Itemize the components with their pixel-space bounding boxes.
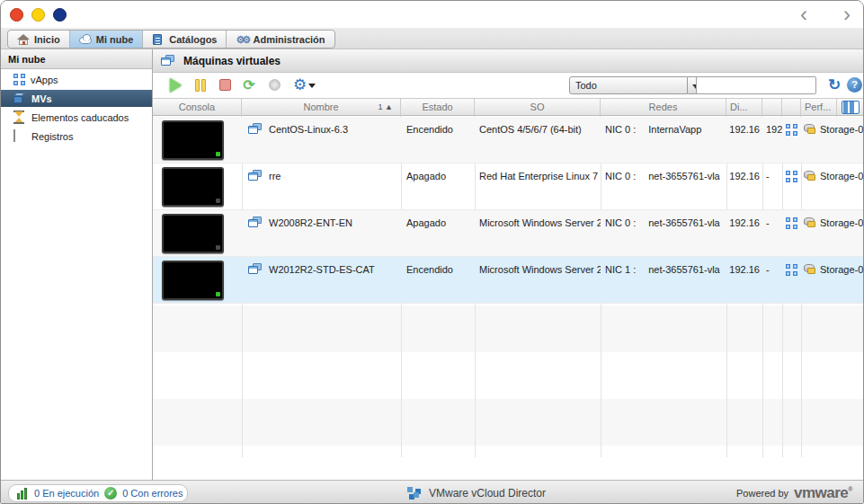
so-cell: Red Hat Enterprise Linux 7 (64 <box>475 164 601 209</box>
ip-cell: 192.16 <box>726 257 762 303</box>
column-header-direccion[interactable]: Di... <box>726 99 762 117</box>
play-icon <box>170 78 182 93</box>
cloud-icon <box>79 34 92 45</box>
storage-icon <box>804 124 816 135</box>
so-cell: Microsoft Windows Server 2008 <box>475 210 601 256</box>
browser-forward-icon[interactable]: › <box>835 4 859 27</box>
vapp-cell[interactable] <box>782 257 801 303</box>
table-row[interactable]: rre Apagado Red Hat Enterprise Linux 7 (… <box>153 164 864 210</box>
vm-table: Consola Nombre1 ▲ Estado SO Redes Di... … <box>153 98 864 457</box>
vapp-grid-icon <box>786 264 797 276</box>
powered-by-label: Powered by <box>736 488 788 499</box>
name-cell[interactable]: W2008R2-ENT-EN <box>242 210 401 256</box>
tab-inicio[interactable]: Inicio <box>8 31 70 48</box>
redes-cell: NIC 0 :net-3655761-vla <box>601 164 726 209</box>
name-cell[interactable]: W2012R2-STD-ES-CAT <box>242 257 401 303</box>
status-bar: 0 En ejecución ✓ 0 Con errores VMware vC… <box>1 480 863 504</box>
sidebar-item-registros[interactable]: Registros <box>1 128 152 145</box>
vm-name[interactable]: W2008R2-ENT-EN <box>269 217 352 228</box>
column-header-perfil[interactable]: Perf... <box>801 99 837 117</box>
suspend-button[interactable] <box>192 77 209 93</box>
name-cell[interactable]: rre <box>242 164 401 209</box>
refresh-icon[interactable]: ↻ <box>825 76 843 94</box>
ip-cell: 192.16 <box>726 117 762 163</box>
product-name: VMware vCloud Director <box>407 487 546 500</box>
stop-icon <box>219 79 231 91</box>
table-body: CentOS-Linux-6.3 Encendido CentOS 4/5/6/… <box>153 117 864 457</box>
revert-snapshot-button[interactable]: ⟳ <box>241 77 257 93</box>
running-tasks-icon <box>17 488 29 500</box>
errors-count[interactable]: 0 Con errores <box>122 488 183 499</box>
console-cell[interactable] <box>153 164 242 209</box>
column-header-consola[interactable]: Consola <box>153 99 242 117</box>
window-minimize-button[interactable] <box>31 8 45 22</box>
vapps-grid-icon <box>13 74 25 85</box>
sort-indicator: 1 ▲ <box>379 99 393 116</box>
name-cell[interactable]: CentOS-Linux-6.3 <box>242 117 401 163</box>
column-header-nombre[interactable]: Nombre1 ▲ <box>242 99 401 117</box>
tab-label: Administración <box>253 34 325 45</box>
vm-name[interactable]: CentOS-Linux-6.3 <box>269 124 348 135</box>
table-row[interactable]: W2012R2-STD-ES-CAT Encendido Microsoft W… <box>153 257 864 304</box>
console-thumbnail[interactable] <box>162 214 224 253</box>
sidebar-item-elementos-caducados[interactable]: Elementos caducados <box>1 109 152 126</box>
vapp-cell[interactable] <box>782 210 801 256</box>
window-zoom-button[interactable] <box>53 8 67 22</box>
column-header-vapp[interactable] <box>782 99 801 117</box>
storage-icon <box>804 171 816 181</box>
window-close-button[interactable] <box>10 8 23 22</box>
estado-cell: Encendido <box>401 117 475 163</box>
tab-administracion[interactable]: ⚙⚙ Administración <box>227 31 334 48</box>
column-label: Nombre <box>303 102 338 112</box>
chevron-down-icon <box>308 84 316 88</box>
column-header-redes[interactable]: Redes <box>601 99 726 117</box>
filter-dropdown[interactable]: Todo <box>569 76 688 94</box>
tab-bar: Inicio Mi nube Catálogos ⚙⚙ Administraci… <box>1 28 863 49</box>
perfil-cell: Storage-0 <box>801 210 864 256</box>
perfil-cell: Storage-0 <box>801 164 864 209</box>
power-off-button[interactable] <box>218 77 234 93</box>
logs-icon <box>13 130 26 142</box>
vm-name[interactable]: rre <box>269 171 281 181</box>
column-header-ip2[interactable] <box>762 99 782 117</box>
perfil-cell: Storage-0 <box>801 257 864 303</box>
console-cell[interactable] <box>153 210 242 256</box>
table-row[interactable]: CentOS-Linux-6.3 Encendido CentOS 4/5/6/… <box>153 117 864 164</box>
sidebar-item-vapps[interactable]: vApps <box>1 71 152 88</box>
tab-catalogos[interactable]: Catálogos <box>143 31 227 48</box>
ip2-cell: - <box>762 164 782 209</box>
task-status-pill[interactable]: 0 En ejecución ✓ 0 Con errores <box>8 484 188 502</box>
power-on-button[interactable] <box>167 77 183 93</box>
power-led <box>216 245 220 250</box>
column-picker-icon[interactable] <box>842 101 860 114</box>
search-input[interactable] <box>696 76 816 94</box>
home-icon <box>17 34 30 45</box>
vm-name[interactable]: W2012R2-STD-ES-CAT <box>269 264 375 275</box>
sidebar-item-label: Registros <box>31 131 73 142</box>
storage-icon <box>804 264 816 275</box>
vapp-cell[interactable] <box>782 117 801 163</box>
gears-icon: ⚙⚙ <box>236 34 248 45</box>
vm-icon <box>248 170 263 181</box>
sidebar-item-mvs[interactable]: MVs <box>1 90 152 107</box>
help-icon[interactable]: ? <box>847 77 862 93</box>
actions-menu-button[interactable]: ⚙ <box>293 77 320 93</box>
insert-media-button[interactable] <box>267 77 283 93</box>
column-header-estado[interactable]: Estado <box>401 99 475 117</box>
running-count[interactable]: 0 En ejecución <box>34 488 99 499</box>
browser-back-icon[interactable]: ‹ <box>792 4 815 27</box>
column-header-so[interactable]: SO <box>475 99 601 117</box>
console-thumbnail[interactable] <box>162 261 224 300</box>
perfil-cell: Storage-0 <box>801 117 864 163</box>
vm-icon <box>248 263 263 275</box>
console-thumbnail[interactable] <box>162 120 224 160</box>
tab-mi-nube[interactable]: Mi nube <box>70 31 144 48</box>
console-thumbnail[interactable] <box>162 167 224 207</box>
vapp-cell[interactable] <box>782 164 801 209</box>
tab-label: Inicio <box>34 34 60 45</box>
table-row[interactable]: W2008R2-ENT-EN Apagado Microsoft Windows… <box>153 210 864 257</box>
console-cell[interactable] <box>153 117 242 163</box>
console-cell[interactable] <box>153 257 242 303</box>
vm-icon <box>248 217 263 228</box>
title-bar: ‹ › <box>1 1 863 28</box>
